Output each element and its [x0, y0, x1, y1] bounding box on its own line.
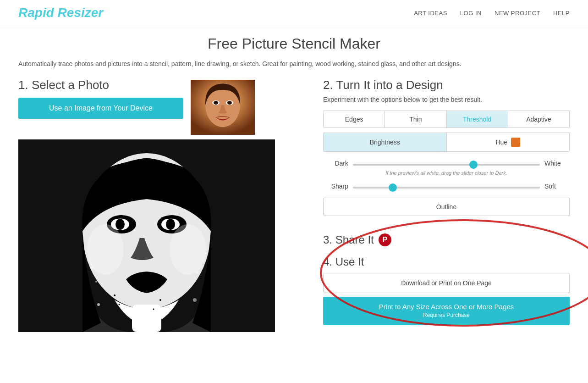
dark-italic: Dark [495, 170, 506, 176]
brightness-slider-row: Dark White [323, 159, 570, 167]
white-label: White [544, 160, 570, 167]
svg-point-24 [193, 298, 197, 302]
page-title: Free Picture Stencil Maker [18, 35, 570, 52]
nav-art-ideas[interactable]: Art Ideas [414, 10, 447, 17]
outline-button[interactable]: Outline [323, 198, 570, 216]
brightness-slider-wrap [353, 159, 540, 167]
step3-section: 3. Share It P [323, 227, 570, 253]
nav-login[interactable]: Log In [460, 10, 482, 17]
header: Rapid Resizer Art Ideas Log In New Proje… [0, 0, 588, 26]
step3-heading: 3. Share It P [323, 233, 570, 246]
hue-color-swatch [511, 138, 520, 147]
print-btn-sub-label: Requires Purchase [328, 312, 565, 323]
nav-help[interactable]: Help [553, 10, 570, 17]
step4-section: 4. Use It Download or Print on One Page … [323, 253, 570, 328]
right-column: 2. Turn It into a Design Experiment with… [323, 78, 570, 332]
tab-threshold[interactable]: Threshold [447, 111, 508, 128]
pinterest-icon[interactable]: P [379, 233, 391, 246]
two-column-layout: 1. Select a Photo Use an Image from Your… [18, 78, 570, 332]
logo: Rapid Resizer [18, 6, 103, 20]
svg-point-25 [114, 294, 115, 296]
brightness-hint: If the preview's all white, drag the sli… [323, 170, 570, 176]
main-content: Free Picture Stencil Maker Automatically… [0, 26, 588, 346]
stencil-svg [18, 139, 275, 332]
nav: Art Ideas Log In New Project Help [414, 10, 570, 17]
design-tabs: Edges Thin Threshold Adaptive [323, 111, 570, 128]
sharp-slider-wrap [353, 182, 540, 190]
sharp-label: Sharp [323, 183, 348, 190]
svg-point-28 [153, 309, 154, 310]
brightness-hue-row: Brightness Hue [323, 133, 570, 152]
page-description: Automatically trace photos and pictures … [18, 59, 568, 69]
svg-rect-15 [132, 305, 161, 332]
brightness-button[interactable]: Brightness [324, 133, 447, 151]
svg-point-21 [97, 303, 100, 306]
svg-point-19 [95, 281, 97, 283]
print-btn-main-label: Print to Any Size Across One or More Pag… [328, 303, 565, 311]
svg-point-5 [227, 101, 232, 105]
tab-thin[interactable]: Thin [385, 111, 446, 128]
svg-point-22 [196, 271, 198, 274]
hue-label: Hue [495, 139, 507, 146]
nav-new-project[interactable]: New Project [495, 10, 540, 17]
svg-point-13 [115, 219, 125, 230]
photo-thumbnail [191, 80, 255, 135]
thumbnail-svg [191, 80, 255, 135]
tab-adaptive[interactable]: Adaptive [508, 111, 569, 128]
svg-point-27 [159, 299, 161, 301]
sharp-slider-row: Sharp Soft [323, 182, 570, 190]
step4-heading: 4. Use It [323, 255, 570, 268]
svg-point-14 [166, 219, 175, 230]
svg-point-17 [170, 224, 206, 275]
step1-heading: 1. Select a Photo [18, 78, 183, 92]
brightness-slider[interactable] [353, 164, 540, 166]
select-image-button[interactable]: Use an Image from Your Device [18, 98, 183, 119]
step3-label: 3. Share It [323, 233, 374, 246]
soft-label: Soft [544, 183, 570, 190]
svg-point-18 [90, 266, 93, 269]
dark-label: Dark [323, 160, 348, 167]
svg-point-26 [119, 304, 120, 305]
print-multi-page-button[interactable]: Print to Any Size Across One or More Pag… [323, 297, 570, 325]
step2-heading: 2. Turn It into a Design [323, 78, 570, 92]
hue-button[interactable]: Hue [447, 133, 570, 151]
tab-edges[interactable]: Edges [324, 111, 385, 128]
sharp-slider[interactable] [353, 187, 540, 189]
step2-description: Experiment with the options below to get… [323, 96, 570, 103]
logo-text: Rapid Resizer [18, 6, 103, 20]
stencil-preview [18, 139, 275, 332]
svg-point-3 [214, 101, 218, 105]
download-print-button[interactable]: Download or Print on One Page [323, 273, 570, 293]
left-column: 1. Select a Photo Use an Image from Your… [18, 78, 309, 332]
steps-3-4-container: 3. Share It P 4. Use It Download or Prin… [323, 227, 570, 328]
